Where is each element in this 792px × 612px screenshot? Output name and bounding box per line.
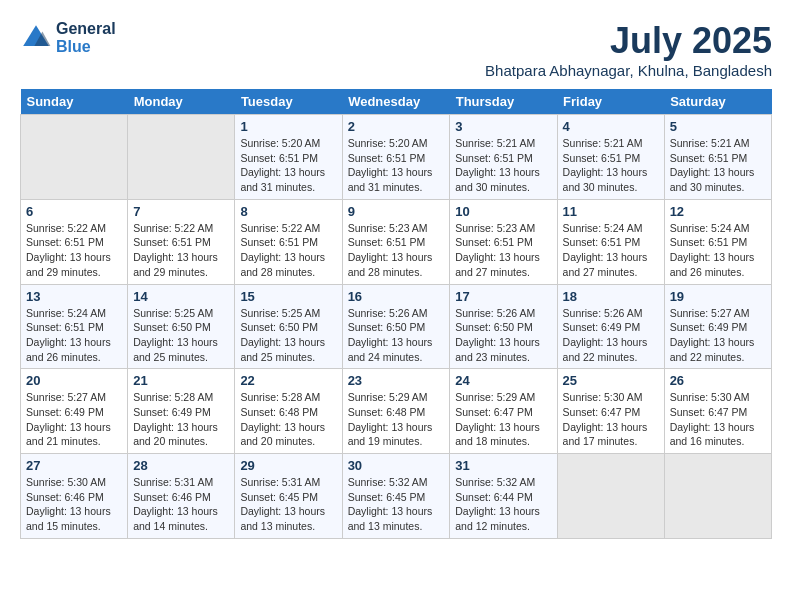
header-thursday: Thursday	[450, 89, 557, 115]
calendar-week-row: 13Sunrise: 5:24 AM Sunset: 6:51 PM Dayli…	[21, 284, 772, 369]
day-info: Sunrise: 5:23 AM Sunset: 6:51 PM Dayligh…	[455, 221, 551, 280]
day-number: 11	[563, 204, 659, 219]
day-info: Sunrise: 5:32 AM Sunset: 6:45 PM Dayligh…	[348, 475, 445, 534]
title-section: July 2025 Bhatpara Abhaynagar, Khulna, B…	[485, 20, 772, 79]
day-number: 27	[26, 458, 122, 473]
calendar-cell: 12Sunrise: 5:24 AM Sunset: 6:51 PM Dayli…	[664, 199, 771, 284]
day-info: Sunrise: 5:21 AM Sunset: 6:51 PM Dayligh…	[455, 136, 551, 195]
logo-text: General Blue	[56, 20, 116, 55]
calendar-cell: 1Sunrise: 5:20 AM Sunset: 6:51 PM Daylig…	[235, 115, 342, 200]
calendar-cell: 24Sunrise: 5:29 AM Sunset: 6:47 PM Dayli…	[450, 369, 557, 454]
day-number: 20	[26, 373, 122, 388]
header-monday: Monday	[128, 89, 235, 115]
day-number: 23	[348, 373, 445, 388]
day-info: Sunrise: 5:21 AM Sunset: 6:51 PM Dayligh…	[563, 136, 659, 195]
calendar-cell: 16Sunrise: 5:26 AM Sunset: 6:50 PM Dayli…	[342, 284, 450, 369]
day-number: 6	[26, 204, 122, 219]
day-number: 29	[240, 458, 336, 473]
header-sunday: Sunday	[21, 89, 128, 115]
day-number: 7	[133, 204, 229, 219]
day-info: Sunrise: 5:30 AM Sunset: 6:46 PM Dayligh…	[26, 475, 122, 534]
day-info: Sunrise: 5:25 AM Sunset: 6:50 PM Dayligh…	[133, 306, 229, 365]
logo-line2: Blue	[56, 38, 116, 56]
location-subtitle: Bhatpara Abhaynagar, Khulna, Bangladesh	[485, 62, 772, 79]
day-info: Sunrise: 5:27 AM Sunset: 6:49 PM Dayligh…	[26, 390, 122, 449]
day-number: 12	[670, 204, 766, 219]
day-number: 28	[133, 458, 229, 473]
day-info: Sunrise: 5:22 AM Sunset: 6:51 PM Dayligh…	[133, 221, 229, 280]
day-number: 4	[563, 119, 659, 134]
day-info: Sunrise: 5:22 AM Sunset: 6:51 PM Dayligh…	[240, 221, 336, 280]
logo-icon	[20, 22, 52, 54]
day-info: Sunrise: 5:28 AM Sunset: 6:49 PM Dayligh…	[133, 390, 229, 449]
calendar-week-row: 1Sunrise: 5:20 AM Sunset: 6:51 PM Daylig…	[21, 115, 772, 200]
day-info: Sunrise: 5:26 AM Sunset: 6:50 PM Dayligh…	[455, 306, 551, 365]
calendar-cell: 20Sunrise: 5:27 AM Sunset: 6:49 PM Dayli…	[21, 369, 128, 454]
calendar-cell	[664, 454, 771, 539]
day-number: 22	[240, 373, 336, 388]
day-number: 24	[455, 373, 551, 388]
calendar-cell: 31Sunrise: 5:32 AM Sunset: 6:44 PM Dayli…	[450, 454, 557, 539]
calendar-cell: 23Sunrise: 5:29 AM Sunset: 6:48 PM Dayli…	[342, 369, 450, 454]
calendar-cell: 2Sunrise: 5:20 AM Sunset: 6:51 PM Daylig…	[342, 115, 450, 200]
calendar-cell: 9Sunrise: 5:23 AM Sunset: 6:51 PM Daylig…	[342, 199, 450, 284]
calendar-cell: 4Sunrise: 5:21 AM Sunset: 6:51 PM Daylig…	[557, 115, 664, 200]
day-info: Sunrise: 5:29 AM Sunset: 6:47 PM Dayligh…	[455, 390, 551, 449]
calendar-cell	[128, 115, 235, 200]
calendar-cell: 21Sunrise: 5:28 AM Sunset: 6:49 PM Dayli…	[128, 369, 235, 454]
day-info: Sunrise: 5:31 AM Sunset: 6:45 PM Dayligh…	[240, 475, 336, 534]
calendar-header-row: SundayMondayTuesdayWednesdayThursdayFrid…	[21, 89, 772, 115]
calendar-cell: 7Sunrise: 5:22 AM Sunset: 6:51 PM Daylig…	[128, 199, 235, 284]
calendar-cell: 11Sunrise: 5:24 AM Sunset: 6:51 PM Dayli…	[557, 199, 664, 284]
day-number: 21	[133, 373, 229, 388]
day-info: Sunrise: 5:30 AM Sunset: 6:47 PM Dayligh…	[563, 390, 659, 449]
calendar-week-row: 20Sunrise: 5:27 AM Sunset: 6:49 PM Dayli…	[21, 369, 772, 454]
calendar-week-row: 6Sunrise: 5:22 AM Sunset: 6:51 PM Daylig…	[21, 199, 772, 284]
header-saturday: Saturday	[664, 89, 771, 115]
calendar-cell: 18Sunrise: 5:26 AM Sunset: 6:49 PM Dayli…	[557, 284, 664, 369]
day-number: 18	[563, 289, 659, 304]
day-info: Sunrise: 5:26 AM Sunset: 6:49 PM Dayligh…	[563, 306, 659, 365]
calendar-cell: 15Sunrise: 5:25 AM Sunset: 6:50 PM Dayli…	[235, 284, 342, 369]
day-number: 9	[348, 204, 445, 219]
calendar-cell: 25Sunrise: 5:30 AM Sunset: 6:47 PM Dayli…	[557, 369, 664, 454]
day-info: Sunrise: 5:31 AM Sunset: 6:46 PM Dayligh…	[133, 475, 229, 534]
day-info: Sunrise: 5:32 AM Sunset: 6:44 PM Dayligh…	[455, 475, 551, 534]
day-number: 16	[348, 289, 445, 304]
calendar-cell: 27Sunrise: 5:30 AM Sunset: 6:46 PM Dayli…	[21, 454, 128, 539]
calendar-cell	[21, 115, 128, 200]
day-number: 5	[670, 119, 766, 134]
day-info: Sunrise: 5:29 AM Sunset: 6:48 PM Dayligh…	[348, 390, 445, 449]
calendar-table: SundayMondayTuesdayWednesdayThursdayFrid…	[20, 89, 772, 539]
day-number: 30	[348, 458, 445, 473]
logo-line1: General	[56, 20, 116, 38]
day-number: 14	[133, 289, 229, 304]
month-year-title: July 2025	[485, 20, 772, 62]
calendar-cell: 22Sunrise: 5:28 AM Sunset: 6:48 PM Dayli…	[235, 369, 342, 454]
day-number: 26	[670, 373, 766, 388]
day-number: 15	[240, 289, 336, 304]
day-info: Sunrise: 5:23 AM Sunset: 6:51 PM Dayligh…	[348, 221, 445, 280]
calendar-cell: 28Sunrise: 5:31 AM Sunset: 6:46 PM Dayli…	[128, 454, 235, 539]
day-number: 19	[670, 289, 766, 304]
day-info: Sunrise: 5:20 AM Sunset: 6:51 PM Dayligh…	[240, 136, 336, 195]
calendar-cell: 3Sunrise: 5:21 AM Sunset: 6:51 PM Daylig…	[450, 115, 557, 200]
calendar-cell: 17Sunrise: 5:26 AM Sunset: 6:50 PM Dayli…	[450, 284, 557, 369]
day-info: Sunrise: 5:22 AM Sunset: 6:51 PM Dayligh…	[26, 221, 122, 280]
day-info: Sunrise: 5:21 AM Sunset: 6:51 PM Dayligh…	[670, 136, 766, 195]
day-info: Sunrise: 5:30 AM Sunset: 6:47 PM Dayligh…	[670, 390, 766, 449]
day-info: Sunrise: 5:26 AM Sunset: 6:50 PM Dayligh…	[348, 306, 445, 365]
day-info: Sunrise: 5:28 AM Sunset: 6:48 PM Dayligh…	[240, 390, 336, 449]
calendar-cell: 8Sunrise: 5:22 AM Sunset: 6:51 PM Daylig…	[235, 199, 342, 284]
day-number: 13	[26, 289, 122, 304]
calendar-cell: 26Sunrise: 5:30 AM Sunset: 6:47 PM Dayli…	[664, 369, 771, 454]
day-number: 1	[240, 119, 336, 134]
calendar-cell: 5Sunrise: 5:21 AM Sunset: 6:51 PM Daylig…	[664, 115, 771, 200]
calendar-cell: 29Sunrise: 5:31 AM Sunset: 6:45 PM Dayli…	[235, 454, 342, 539]
header-tuesday: Tuesday	[235, 89, 342, 115]
day-info: Sunrise: 5:25 AM Sunset: 6:50 PM Dayligh…	[240, 306, 336, 365]
day-info: Sunrise: 5:24 AM Sunset: 6:51 PM Dayligh…	[670, 221, 766, 280]
day-number: 17	[455, 289, 551, 304]
calendar-week-row: 27Sunrise: 5:30 AM Sunset: 6:46 PM Dayli…	[21, 454, 772, 539]
day-number: 10	[455, 204, 551, 219]
